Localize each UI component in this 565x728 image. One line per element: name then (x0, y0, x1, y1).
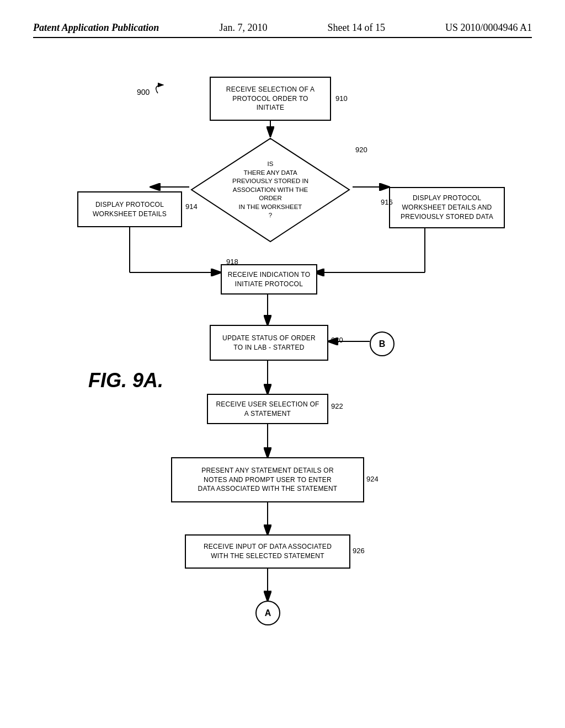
node-924-label: PRESENT ANY STATEMENT DETAILS ORNOTES AN… (198, 466, 338, 494)
label-900-arrow (136, 82, 169, 104)
publication-title: Patent Application Publication (33, 22, 159, 34)
node-b-circle: B (370, 331, 395, 356)
node-922-label: RECEIVE USER SELECTION OFA STATEMENT (216, 400, 319, 419)
node-910-label: RECEIVE SELECTION OF APROTOCOL ORDER TOI… (226, 85, 315, 113)
node-b-label: B (379, 339, 386, 349)
node-922: RECEIVE USER SELECTION OFA STATEMENT (207, 394, 328, 424)
figure-label: FIG. 9A. (88, 369, 163, 392)
patent-number: US 2010/0004946 A1 (445, 22, 532, 34)
node-926: RECEIVE INPUT OF DATA ASSOCIATEDWITH THE… (185, 534, 350, 569)
label-926: 926 (353, 547, 365, 555)
node-918-label: RECEIVE INDICATION TOINITIATE PROTOCOL (228, 270, 310, 289)
sheet-info: Sheet 14 of 15 (327, 22, 385, 34)
node-924: PRESENT ANY STATEMENT DETAILS ORNOTES AN… (171, 457, 364, 502)
node-920-diamond: ISTHERE ANY DATAPREVIOUSLY STORED INASSO… (189, 136, 351, 244)
node-a-circle: A (255, 601, 280, 625)
node-920-label: ISTHERE ANY DATAPREVIOUSLY STORED INASSO… (223, 160, 317, 220)
label-916: 916 (381, 198, 393, 206)
label-910: 910 (335, 94, 348, 103)
label-914: 914 (185, 202, 198, 211)
label-920b: 920 (331, 336, 343, 344)
node-916-label: DISPLAY PROTOCOLWORKSHEET DETAILS ANDPRE… (401, 194, 493, 221)
label-920: 920 (355, 146, 367, 154)
node-914: DISPLAY PROTOCOLWORKSHEET DETAILS (77, 191, 182, 227)
node-916: DISPLAY PROTOCOLWORKSHEET DETAILS ANDPRE… (389, 187, 505, 228)
node-914-label: DISPLAY PROTOCOLWORKSHEET DETAILS (93, 200, 167, 219)
label-924: 924 (366, 475, 379, 483)
publication-date: Jan. 7, 2010 (219, 22, 267, 34)
node-920b-label: UPDATE STATUS OF ORDERTO IN LAB - STARTE… (222, 334, 316, 352)
page-header: Patent Application Publication Jan. 7, 2… (33, 22, 532, 38)
node-926-label: RECEIVE INPUT OF DATA ASSOCIATEDWITH THE… (204, 542, 332, 561)
node-a-label: A (265, 608, 271, 618)
node-918: RECEIVE INDICATION TOINITIATE PROTOCOL (221, 264, 317, 295)
flowchart: RECEIVE SELECTION OF APROTOCOL ORDER TOI… (33, 55, 532, 694)
node-910: RECEIVE SELECTION OF APROTOCOL ORDER TOI… (210, 77, 331, 121)
node-920b: UPDATE STATUS OF ORDERTO IN LAB - STARTE… (210, 325, 328, 361)
page: Patent Application Publication Jan. 7, 2… (0, 0, 565, 728)
label-918: 918 (226, 258, 238, 266)
label-922: 922 (331, 402, 343, 410)
